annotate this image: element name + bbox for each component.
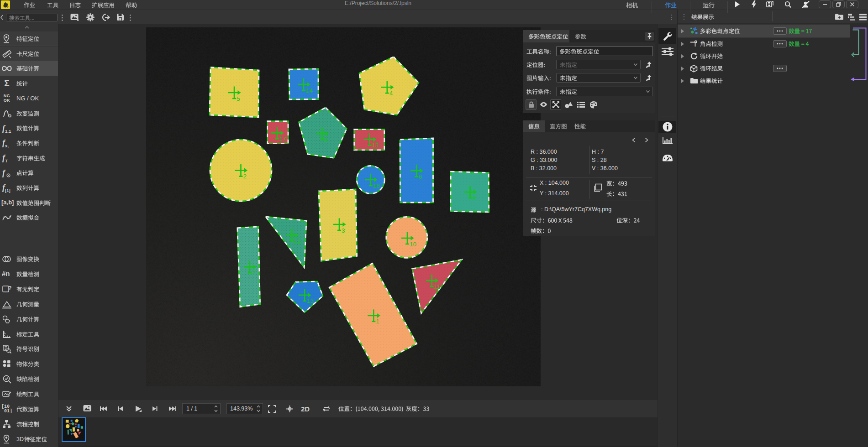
svg-text:7: 7	[252, 270, 256, 276]
svg-text:14: 14	[306, 87, 313, 94]
svg-text:5: 5	[237, 95, 240, 102]
svg-text:8: 8	[325, 136, 328, 143]
svg-text:10: 10	[410, 241, 416, 248]
svg-text:13: 13	[307, 297, 314, 304]
svg-text:11: 11	[434, 283, 441, 290]
svg-text:2: 2	[243, 173, 247, 180]
svg-text:12: 12	[294, 238, 301, 245]
svg-text:6: 6	[419, 173, 422, 180]
svg-text:17: 17	[279, 135, 286, 142]
svg-text:3: 3	[342, 227, 345, 234]
svg-text:1: 1	[376, 318, 379, 325]
svg-text:16: 16	[373, 182, 380, 189]
svg-text:15: 15	[372, 142, 379, 149]
svg-text:?: ?	[8, 285, 11, 291]
svg-text:4: 4	[389, 90, 393, 97]
svg-text:9: 9	[473, 195, 476, 202]
